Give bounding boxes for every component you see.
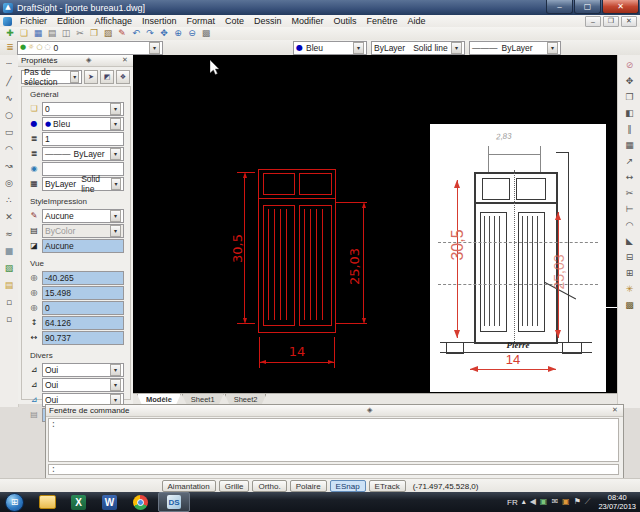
print-style-dropdown[interactable]: Aucune▾	[42, 209, 124, 223]
signal-icon[interactable]: ⟋	[585, 498, 591, 506]
image-attach-icon[interactable]: ▤	[2, 279, 16, 291]
color-dropdown[interactable]: ● Bleu ▾	[293, 41, 367, 55]
menu-item[interactable]: Affichage	[90, 16, 137, 26]
menu-item[interactable]: Outils	[329, 16, 362, 26]
move-icon[interactable]: ✥	[623, 75, 637, 87]
weld-icon[interactable]: ⊞	[623, 267, 637, 279]
mark-icon[interactable]: ✕	[2, 211, 16, 223]
layer-property-dropdown[interactable]: 0▾	[42, 102, 124, 116]
pin-icon[interactable]: ◈	[84, 57, 93, 64]
draftsight-taskbar-icon[interactable]: DS	[158, 492, 190, 512]
dropdown-arrow-icon[interactable]: ▾	[70, 71, 79, 83]
mirror-icon[interactable]: ◧	[623, 107, 637, 119]
split-icon[interactable]: ⊟	[623, 251, 637, 263]
zoom-out-icon[interactable]: ⊖	[185, 28, 199, 40]
format-painter-icon[interactable]: ✎	[115, 28, 129, 40]
dropdown-arrow-icon[interactable]: ▾	[110, 364, 121, 376]
excel-taskbar-icon[interactable]: X	[70, 494, 87, 511]
chamfer-icon[interactable]: ◣	[623, 235, 637, 247]
hatch-icon[interactable]: ▨	[2, 262, 16, 274]
tray-expand-icon[interactable]: ▴	[522, 498, 526, 506]
trim-icon[interactable]: ✂	[623, 187, 637, 199]
copy-icon[interactable]: ❐	[87, 28, 101, 40]
arc-icon[interactable]: ◠	[2, 143, 16, 155]
menu-item[interactable]: Aide	[403, 16, 431, 26]
maximize-button[interactable]: ▢	[574, 0, 601, 14]
layer-dropdown[interactable]: ●☼○◌ 0 ▾	[17, 41, 163, 55]
rectangle-icon[interactable]: ▭	[2, 126, 16, 138]
dropdown-arrow-icon[interactable]: ▾	[451, 42, 462, 54]
pattern-icon[interactable]: ▦	[623, 139, 637, 151]
line-icon[interactable]: ╱	[2, 75, 16, 87]
stretch-icon[interactable]: ↔	[623, 171, 637, 183]
extend-icon[interactable]: ⊢	[623, 203, 637, 215]
view-center-y-field[interactable]: 15.498	[42, 286, 124, 300]
entity-props-icon[interactable]: ▩	[623, 299, 637, 311]
dropdown-arrow-icon[interactable]: ▾	[149, 42, 160, 54]
minimize-button[interactable]: –	[546, 0, 573, 14]
chrome-taskbar-icon[interactable]	[132, 494, 149, 511]
offset-icon[interactable]: ∥	[623, 123, 637, 135]
print-icon[interactable]: ▤	[45, 28, 59, 40]
security-icon[interactable]: ▣	[540, 498, 548, 506]
linestyle-property-dropdown[interactable]: ByLayerSolid line▾	[42, 177, 124, 191]
zoom-in-icon[interactable]: ⊕	[171, 28, 185, 40]
language-indicator[interactable]: FR	[507, 498, 518, 507]
menu-item[interactable]: Insertion	[137, 16, 182, 26]
menu-item[interactable]: Modifier	[287, 16, 329, 26]
new-icon[interactable]: ✚	[3, 28, 17, 40]
mail-icon[interactable]: ✉	[551, 498, 558, 506]
view-center-x-field[interactable]: -40.265	[42, 271, 124, 285]
polyline-icon[interactable]: ∿	[2, 92, 16, 104]
save-icon[interactable]: ▦	[31, 28, 45, 40]
quick-select-button[interactable]: ◩	[100, 70, 114, 84]
mdi-restore-button[interactable]: ❐	[603, 16, 619, 27]
misc-field-1[interactable]: Oui▾	[42, 363, 124, 377]
selection-dropdown[interactable]: Pas de sélection ▾	[21, 70, 82, 84]
menu-item[interactable]: Edition	[52, 16, 90, 26]
select-entities-button[interactable]: ➤	[84, 70, 98, 84]
options-button[interactable]: ❖	[116, 70, 130, 84]
linetype-property-dropdown[interactable]: ———ByLayer▾	[42, 147, 124, 161]
dropdown-arrow-icon[interactable]: ▾	[110, 379, 121, 391]
menu-item[interactable]: Fichier	[15, 16, 52, 26]
mdi-minimize-button[interactable]: –	[585, 16, 601, 27]
command-input[interactable]: :	[48, 464, 619, 475]
menu-item[interactable]: Fenêtre	[362, 16, 403, 26]
properties-toggle-icon[interactable]: ▩	[199, 28, 213, 40]
paste-icon[interactable]: ▨	[101, 28, 115, 40]
construction-line-icon[interactable]: ┄	[2, 58, 16, 70]
start-button[interactable]: ⊞	[5, 493, 24, 512]
lineweight-property-field[interactable]: 1	[42, 132, 124, 146]
panel-close-icon[interactable]: ✕	[610, 407, 620, 414]
scale-icon[interactable]: ↗	[623, 155, 637, 167]
dropdown-arrow-icon[interactable]: ▾	[353, 42, 364, 54]
spline-icon[interactable]: ↝	[2, 160, 16, 172]
pan-icon[interactable]: ✥	[157, 28, 171, 40]
hatch-swatch-icon[interactable]: ■	[2, 245, 16, 257]
cut-icon[interactable]: ✂	[73, 28, 87, 40]
status-toggle-button[interactable]: Aimantation	[162, 480, 216, 492]
close-button[interactable]: ✕	[602, 0, 639, 14]
status-toggle-button[interactable]: ESnap	[330, 480, 366, 492]
curve-icon[interactable]: ≈	[2, 228, 16, 240]
lineweight-dropdown[interactable]: ——— ByLayer ▾	[469, 41, 561, 55]
update-icon[interactable]: ▣	[562, 498, 570, 506]
explode-icon[interactable]: ✳	[623, 283, 637, 295]
view-height-field[interactable]: 64.126	[42, 316, 124, 330]
open-icon[interactable]: ❏	[17, 28, 31, 40]
eraser-icon[interactable]: ⊘	[623, 59, 637, 71]
dropdown-arrow-icon[interactable]: ▾	[110, 210, 121, 222]
dropdown-arrow-icon[interactable]: ▾	[547, 42, 558, 54]
drawing-canvas[interactable]: 30,5 25,03 14	[133, 55, 617, 393]
point-icon[interactable]: ∴	[2, 194, 16, 206]
view-width-field[interactable]: 90.737	[42, 331, 124, 345]
copy-entity-icon[interactable]: ❐	[623, 91, 637, 103]
dropdown-arrow-icon[interactable]: ▾	[110, 148, 121, 160]
status-toggle-button[interactable]: Polaire	[290, 480, 327, 492]
layer-manager-icon[interactable]: ≣	[3, 42, 17, 54]
extra-button-2-icon[interactable]: ▫	[2, 313, 16, 325]
status-toggle-button[interactable]: ETrack	[369, 480, 406, 492]
extra-button-1-icon[interactable]: ▫	[2, 296, 16, 308]
command-history[interactable]: :	[48, 418, 619, 462]
